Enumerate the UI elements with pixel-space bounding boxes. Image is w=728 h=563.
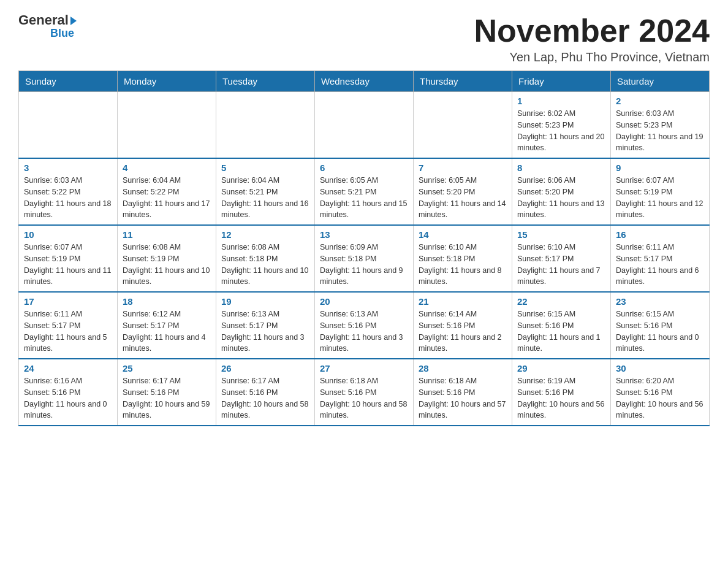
day-cell: 29Sunrise: 6:19 AMSunset: 5:16 PMDayligh… xyxy=(512,359,611,426)
day-detail: Sunrise: 6:18 AMSunset: 5:16 PMDaylight:… xyxy=(320,375,408,421)
day-number: 17 xyxy=(24,296,112,307)
day-number: 14 xyxy=(419,229,507,240)
day-cell xyxy=(315,92,414,159)
month-title: November 2024 xyxy=(474,12,710,49)
week-row-2: 3Sunrise: 6:03 AMSunset: 5:22 PMDaylight… xyxy=(19,158,710,225)
day-detail: Sunrise: 6:04 AMSunset: 5:21 PMDaylight:… xyxy=(221,175,309,221)
logo-arrow-icon xyxy=(70,17,77,25)
day-cell: 25Sunrise: 6:17 AMSunset: 5:16 PMDayligh… xyxy=(118,359,216,426)
day-cell: 15Sunrise: 6:10 AMSunset: 5:17 PMDayligh… xyxy=(512,225,611,292)
weekday-header-thursday: Thursday xyxy=(414,71,512,92)
day-cell: 1Sunrise: 6:02 AMSunset: 5:23 PMDaylight… xyxy=(512,92,611,159)
day-detail: Sunrise: 6:11 AMSunset: 5:17 PMDaylight:… xyxy=(616,242,704,288)
day-cell: 16Sunrise: 6:11 AMSunset: 5:17 PMDayligh… xyxy=(611,225,710,292)
weekday-header-sunday: Sunday xyxy=(19,71,118,92)
day-number: 28 xyxy=(419,363,507,373)
day-number: 8 xyxy=(517,163,605,173)
week-row-1: 1Sunrise: 6:02 AMSunset: 5:23 PMDaylight… xyxy=(19,92,710,159)
day-detail: Sunrise: 6:07 AMSunset: 5:19 PMDaylight:… xyxy=(24,242,112,288)
day-detail: Sunrise: 6:10 AMSunset: 5:18 PMDaylight:… xyxy=(419,242,507,288)
day-detail: Sunrise: 6:06 AMSunset: 5:20 PMDaylight:… xyxy=(517,175,605,221)
weekday-header-monday: Monday xyxy=(118,71,216,92)
day-cell: 12Sunrise: 6:08 AMSunset: 5:18 PMDayligh… xyxy=(216,225,315,292)
weekday-header-friday: Friday xyxy=(512,71,611,92)
day-cell: 6Sunrise: 6:05 AMSunset: 5:21 PMDaylight… xyxy=(315,158,414,225)
day-number: 5 xyxy=(221,163,309,173)
logo: General Blue xyxy=(18,12,77,40)
day-number: 15 xyxy=(517,229,605,240)
day-detail: Sunrise: 6:17 AMSunset: 5:16 PMDaylight:… xyxy=(123,375,211,421)
day-cell: 17Sunrise: 6:11 AMSunset: 5:17 PMDayligh… xyxy=(19,292,118,359)
day-cell: 10Sunrise: 6:07 AMSunset: 5:19 PMDayligh… xyxy=(19,225,118,292)
day-number: 9 xyxy=(616,163,704,173)
day-number: 10 xyxy=(24,229,112,240)
day-detail: Sunrise: 6:12 AMSunset: 5:17 PMDaylight:… xyxy=(123,308,211,354)
day-cell: 30Sunrise: 6:20 AMSunset: 5:16 PMDayligh… xyxy=(611,359,710,426)
logo-text: General xyxy=(18,12,77,28)
day-detail: Sunrise: 6:08 AMSunset: 5:19 PMDaylight:… xyxy=(123,242,211,288)
day-cell: 20Sunrise: 6:13 AMSunset: 5:16 PMDayligh… xyxy=(315,292,414,359)
title-section: November 2024 Yen Lap, Phu Tho Province,… xyxy=(474,12,710,64)
weekday-header-wednesday: Wednesday xyxy=(315,71,414,92)
weekday-header-tuesday: Tuesday xyxy=(216,71,315,92)
day-number: 18 xyxy=(123,296,211,307)
logo-general: General xyxy=(18,12,69,28)
day-cell: 13Sunrise: 6:09 AMSunset: 5:18 PMDayligh… xyxy=(315,225,414,292)
day-number: 20 xyxy=(320,296,408,307)
day-detail: Sunrise: 6:05 AMSunset: 5:21 PMDaylight:… xyxy=(320,175,408,221)
day-number: 27 xyxy=(320,363,408,373)
day-cell: 11Sunrise: 6:08 AMSunset: 5:19 PMDayligh… xyxy=(118,225,216,292)
day-detail: Sunrise: 6:18 AMSunset: 5:16 PMDaylight:… xyxy=(419,375,507,421)
day-detail: Sunrise: 6:20 AMSunset: 5:16 PMDaylight:… xyxy=(616,375,704,421)
day-number: 24 xyxy=(24,363,112,373)
calendar-header-row: SundayMondayTuesdayWednesdayThursdayFrid… xyxy=(19,71,710,92)
day-cell xyxy=(414,92,512,159)
day-number: 11 xyxy=(123,229,211,240)
day-number: 29 xyxy=(517,363,605,373)
day-detail: Sunrise: 6:03 AMSunset: 5:23 PMDaylight:… xyxy=(616,108,704,154)
day-detail: Sunrise: 6:15 AMSunset: 5:16 PMDaylight:… xyxy=(517,308,605,354)
day-number: 7 xyxy=(419,163,507,173)
day-detail: Sunrise: 6:13 AMSunset: 5:16 PMDaylight:… xyxy=(320,308,408,354)
day-number: 3 xyxy=(24,163,112,173)
day-cell: 24Sunrise: 6:16 AMSunset: 5:16 PMDayligh… xyxy=(19,359,118,426)
day-number: 22 xyxy=(517,296,605,307)
day-detail: Sunrise: 6:11 AMSunset: 5:17 PMDaylight:… xyxy=(24,308,112,354)
week-row-3: 10Sunrise: 6:07 AMSunset: 5:19 PMDayligh… xyxy=(19,225,710,292)
day-cell xyxy=(118,92,216,159)
day-number: 6 xyxy=(320,163,408,173)
day-number: 23 xyxy=(616,296,704,307)
day-cell: 4Sunrise: 6:04 AMSunset: 5:22 PMDaylight… xyxy=(118,158,216,225)
day-number: 26 xyxy=(221,363,309,373)
day-detail: Sunrise: 6:05 AMSunset: 5:20 PMDaylight:… xyxy=(419,175,507,221)
week-row-5: 24Sunrise: 6:16 AMSunset: 5:16 PMDayligh… xyxy=(19,359,710,426)
day-detail: Sunrise: 6:09 AMSunset: 5:18 PMDaylight:… xyxy=(320,242,408,288)
day-cell: 8Sunrise: 6:06 AMSunset: 5:20 PMDaylight… xyxy=(512,158,611,225)
day-cell: 9Sunrise: 6:07 AMSunset: 5:19 PMDaylight… xyxy=(611,158,710,225)
day-detail: Sunrise: 6:19 AMSunset: 5:16 PMDaylight:… xyxy=(517,375,605,421)
location: Yen Lap, Phu Tho Province, Vietnam xyxy=(474,50,710,64)
day-cell: 28Sunrise: 6:18 AMSunset: 5:16 PMDayligh… xyxy=(414,359,512,426)
day-detail: Sunrise: 6:13 AMSunset: 5:17 PMDaylight:… xyxy=(221,308,309,354)
day-number: 30 xyxy=(616,363,704,373)
day-cell: 2Sunrise: 6:03 AMSunset: 5:23 PMDaylight… xyxy=(611,92,710,159)
day-cell: 5Sunrise: 6:04 AMSunset: 5:21 PMDaylight… xyxy=(216,158,315,225)
day-cell: 26Sunrise: 6:17 AMSunset: 5:16 PMDayligh… xyxy=(216,359,315,426)
day-number: 12 xyxy=(221,229,309,240)
day-detail: Sunrise: 6:17 AMSunset: 5:16 PMDaylight:… xyxy=(221,375,309,421)
day-detail: Sunrise: 6:04 AMSunset: 5:22 PMDaylight:… xyxy=(123,175,211,221)
day-detail: Sunrise: 6:08 AMSunset: 5:18 PMDaylight:… xyxy=(221,242,309,288)
day-number: 4 xyxy=(123,163,211,173)
day-cell: 22Sunrise: 6:15 AMSunset: 5:16 PMDayligh… xyxy=(512,292,611,359)
day-detail: Sunrise: 6:15 AMSunset: 5:16 PMDaylight:… xyxy=(616,308,704,354)
day-number: 13 xyxy=(320,229,408,240)
calendar-table: SundayMondayTuesdayWednesdayThursdayFrid… xyxy=(18,71,710,426)
day-number: 21 xyxy=(419,296,507,307)
day-cell: 14Sunrise: 6:10 AMSunset: 5:18 PMDayligh… xyxy=(414,225,512,292)
page-header: General Blue November 2024 Yen Lap, Phu … xyxy=(18,12,710,64)
day-detail: Sunrise: 6:02 AMSunset: 5:23 PMDaylight:… xyxy=(517,108,605,154)
day-detail: Sunrise: 6:03 AMSunset: 5:22 PMDaylight:… xyxy=(24,175,112,221)
logo-blue: Blue xyxy=(50,27,74,40)
weekday-header-saturday: Saturday xyxy=(611,71,710,92)
day-number: 1 xyxy=(517,96,605,106)
